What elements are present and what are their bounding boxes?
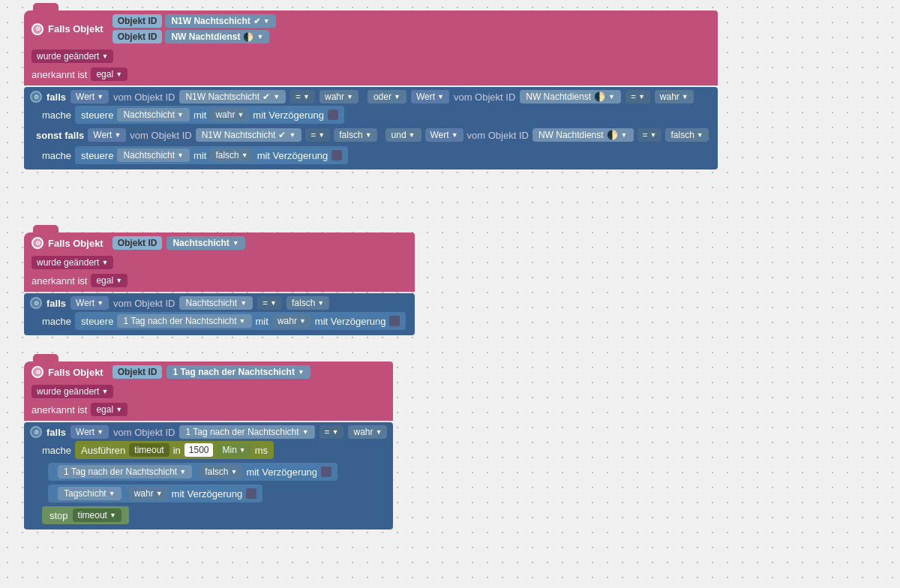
delay-sq-2 (389, 316, 400, 326)
mache-row-1b: mache steuere Nachtschicht▼ mit falsch▼ … (30, 144, 712, 166)
falls-row-2: ⚙ falls Wert▼ vom Objekt ID Nachtschicht… (30, 296, 409, 310)
objekt-id-label-2: Objekt ID (112, 30, 163, 44)
block3-header: ⚙ Falls Objekt Objekt ID 1 Tag nach der … (24, 362, 393, 382)
tagschicht-pill-3b[interactable]: Tagschicht▼ (58, 487, 122, 500)
wurde-geaendert-row-1: wurde geändert ▼ (24, 47, 718, 65)
und-pill-1[interactable]: und▼ (386, 128, 422, 142)
falsch-pill-sonst-1a[interactable]: falsch▼ (334, 128, 376, 142)
eq-pill-sonst-1a[interactable]: =▼ (305, 128, 330, 142)
egal-pill-3[interactable]: egal ▼ (91, 403, 128, 416)
nachtschicht-pill-1b[interactable]: Nachtschicht▼ (117, 148, 190, 162)
steuere-block-3b: Tagschicht▼ wahr▼ mit Verzögerung (48, 484, 262, 502)
wurde-geaendert-pill-1[interactable]: wurde geändert ▼ (32, 50, 113, 63)
falls-block-3: ⚙ falls Wert▼ vom Objekt ID 1 Tag nach d… (24, 422, 393, 530)
steuere-block-2: steuere 1 Tag nach der Nachtschicht▼ mit… (75, 312, 406, 330)
eq-pill-1b[interactable]: =▼ (626, 90, 650, 104)
gear-icon-falls-2: ⚙ (30, 297, 42, 309)
tag-nach-pill-3a[interactable]: 1 Tag nach der Nachtschicht▼ (58, 465, 192, 478)
gear-icon-falls-3: ⚙ (30, 426, 42, 438)
block1-header: ⚙ Falls Objekt Objekt ID N1W Nachtschich… (24, 10, 718, 47)
steuere-block-1a: steuere Nachtschicht▼ mit wahr▼ mit Verz… (75, 106, 344, 124)
anerkannt-row-3: anerkannt ist egal ▼ (24, 400, 393, 421)
eq-pill-3[interactable]: =▼ (320, 425, 344, 439)
gear-icon-3: ⚙ (32, 366, 44, 378)
delay-sq-1b (332, 150, 342, 160)
sonst-falls-row-1: sonst falls Wert▼ vom Objekt ID N1W Nach… (30, 126, 712, 144)
mache-row-3: mache Ausführen timeout in 1500 Min▼ ms (30, 439, 387, 526)
wurde-geaendert-row-2: wurde geändert ▼ (24, 254, 415, 272)
min-pill-3[interactable]: Min▼ (217, 443, 250, 457)
mache-row-1a: mache steuere Nachtschicht▼ mit wahr▼ mi… (30, 104, 712, 126)
gear-icon-falls-1: ⚙ (30, 91, 42, 103)
falsch-pill-sonst-1b[interactable]: falsch▼ (665, 128, 708, 142)
falls-row-3: ⚙ falls Wert▼ vom Objekt ID 1 Tag nach d… (30, 425, 387, 439)
nachtschicht-pill-1a[interactable]: Nachtschicht▼ (117, 108, 190, 122)
wahr-pill-3[interactable]: wahr▼ (348, 425, 387, 439)
delay-sq-3b (246, 488, 256, 499)
wahr-steuere-2[interactable]: wahr▼ (272, 314, 311, 328)
anerkannt-row-2: anerkannt ist egal ▼ (24, 272, 415, 292)
wahr-pill-1b[interactable]: wahr▼ (655, 90, 694, 104)
nw-pill-1[interactable]: NW Nachtdienst 🌓 ▼ (520, 90, 621, 104)
stop-block-3: stop timeout▼ (42, 506, 129, 524)
nachtschicht-val-pill-2[interactable]: Nachtschicht▼ (179, 296, 253, 310)
steuere-sub-row-3b: Tagschicht▼ wahr▼ mit Verzögerung (48, 484, 262, 502)
obj1-name-pill[interactable]: N1W Nachtschicht ✔ ▼ (165, 14, 275, 28)
mache-row-2: mache steuere 1 Tag nach der Nachtschich… (30, 310, 409, 332)
obj2-name-pill[interactable]: NW Nachtdienst 🌓 ▼ (165, 30, 269, 44)
wert-pill-sonst-1b[interactable]: Wert▼ (425, 128, 464, 142)
wahr-steuere-3b[interactable]: wahr▼ (129, 487, 168, 500)
delay-sq-3a (321, 466, 332, 477)
wahr-steuere-1a[interactable]: wahr▼ (210, 108, 249, 122)
wert-pill-2[interactable]: Wert▼ (70, 296, 109, 310)
nachtschicht-id-pill-2[interactable]: Nachtschicht ▼ (166, 236, 244, 250)
anerkannt-row-1: anerkannt ist egal ▼ (24, 65, 718, 86)
falls-block-1: ⚙ falls Wert▼ vom Objekt ID N1W Nachtsch… (24, 87, 718, 170)
objekt-id-label-1: Objekt ID (112, 14, 163, 28)
tag-nach-id-pill-3[interactable]: 1 Tag nach der Nachtschicht ▼ (166, 365, 310, 379)
falsch-pill-2[interactable]: falsch▼ (286, 296, 329, 310)
wert-pill-3[interactable]: Wert▼ (70, 425, 109, 439)
steuere-block-1b: steuere Nachtschicht▼ mit falsch▼ mit Ve… (75, 146, 348, 164)
falsch-steuere-1b[interactable]: falsch▼ (210, 148, 253, 162)
wurde-geaendert-row-3: wurde geändert ▼ (24, 382, 393, 400)
eq-pill-1a[interactable]: =▼ (290, 90, 315, 104)
wert-pill-sonst-1a[interactable]: Wert▼ (88, 128, 126, 142)
n1w-pill-sonst-1[interactable]: N1W Nachtschicht ✔▼ (196, 128, 302, 142)
timeout-inner-pill-3: timeout (129, 443, 169, 457)
egal-pill-1[interactable]: egal ▼ (91, 68, 128, 81)
objekt-id-label-b2: Objekt ID (112, 236, 163, 250)
block1-title: Falls Objekt (48, 23, 104, 34)
wert-pill-1a[interactable]: Wert▼ (70, 90, 109, 104)
steuere-sub-row-3a: 1 Tag nach der Nachtschicht▼ falsch▼ mit… (48, 463, 338, 481)
n1w-pill-1[interactable]: N1W Nachtschicht ✔ ▼ (179, 90, 286, 104)
block-group-2: ⚙ Falls Objekt Objekt ID Nachtschicht ▼ … (24, 232, 415, 337)
falls-row-1: ⚙ falls Wert▼ vom Objekt ID N1W Nachtsch… (30, 90, 712, 104)
gear-icon-2: ⚙ (32, 237, 44, 249)
wert-pill-1b[interactable]: Wert▼ (411, 90, 449, 104)
falls-block-2: ⚙ falls Wert▼ vom Objekt ID Nachtschicht… (24, 293, 415, 335)
steuere-obj-pill-2[interactable]: 1 Tag nach der Nachtschicht▼ (117, 314, 251, 328)
delay-sq-1a (328, 110, 338, 120)
wahr-pill-1a[interactable]: wahr▼ (320, 90, 358, 104)
falsch-steuere-3a[interactable]: falsch▼ (200, 465, 242, 478)
steuere-block-3a: 1 Tag nach der Nachtschicht▼ falsch▼ mit… (48, 463, 338, 481)
block-group-1: ⚙ Falls Objekt Objekt ID N1W Nachtschich… (24, 10, 718, 171)
wurde-geaendert-pill-3[interactable]: wurde geändert ▼ (32, 385, 113, 398)
gear-icon-1: ⚙ (32, 23, 44, 35)
nw-pill-sonst-1[interactable]: NW Nachtdienst 🌓▼ (532, 128, 634, 142)
oder-pill-1[interactable]: oder▼ (368, 90, 406, 104)
eq-pill-sonst-1b[interactable]: =▼ (638, 128, 662, 142)
ausfuehren-block-3: Ausführen timeout in 1500 Min▼ ms (75, 441, 274, 459)
objekt-id-label-b3: Objekt ID (112, 365, 163, 379)
wurde-geaendert-pill-2[interactable]: wurde geändert ▼ (32, 256, 113, 269)
block-group-3: ⚙ Falls Objekt Objekt ID 1 Tag nach der … (24, 362, 393, 531)
block2-header: ⚙ Falls Objekt Objekt ID Nachtschicht ▼ (24, 232, 415, 254)
time-val-input-3[interactable]: 1500 (184, 443, 214, 457)
eq-pill-2[interactable]: =▼ (257, 296, 282, 310)
stop-row-3: stop timeout▼ (42, 506, 129, 524)
timeout-stop-pill-3[interactable]: timeout▼ (73, 508, 122, 522)
tag-nach-val-pill-3[interactable]: 1 Tag nach der Nachtschicht▼ (179, 425, 314, 439)
egal-pill-2[interactable]: egal ▼ (91, 274, 128, 287)
